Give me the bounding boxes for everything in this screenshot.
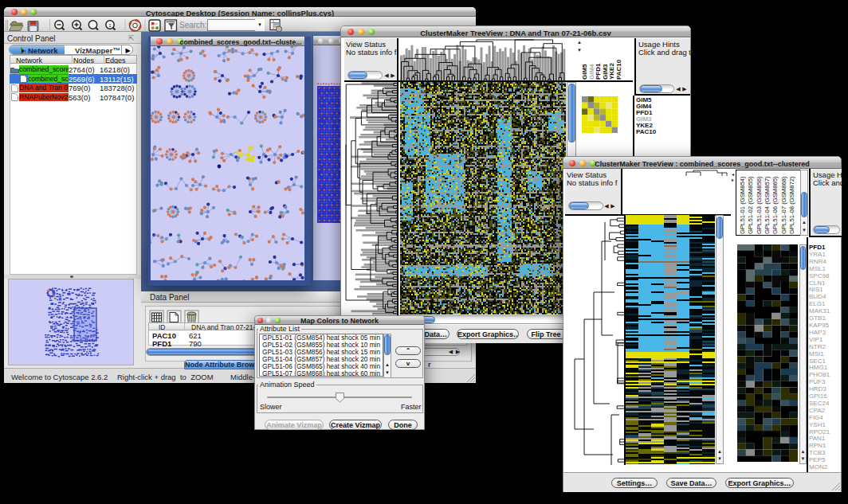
svg-text:GPL51-04 (GSM857): GPL51-04 (GSM857) [764,176,771,234]
svg-text:PAC10: PAC10 [615,59,622,80]
svg-text:GPL51-06 (GSM865): GPL51-06 (GSM865) [771,176,779,234]
svg-text:GPL51-02 (GSM855): GPL51-02 (GSM855) [747,176,754,234]
svg-text:GPL51-03 (GSM856): GPL51-03 (GSM856) [756,176,763,234]
svg-text:GPL51-07 (GSM868): GPL51-07 (GSM868) [780,176,787,234]
svg-text:GPL51-01 (GSM854): GPL51-01 (GSM854) [739,176,746,234]
svg-text:GPL51-08 (GSM872): GPL51-08 (GSM872) [788,176,795,234]
